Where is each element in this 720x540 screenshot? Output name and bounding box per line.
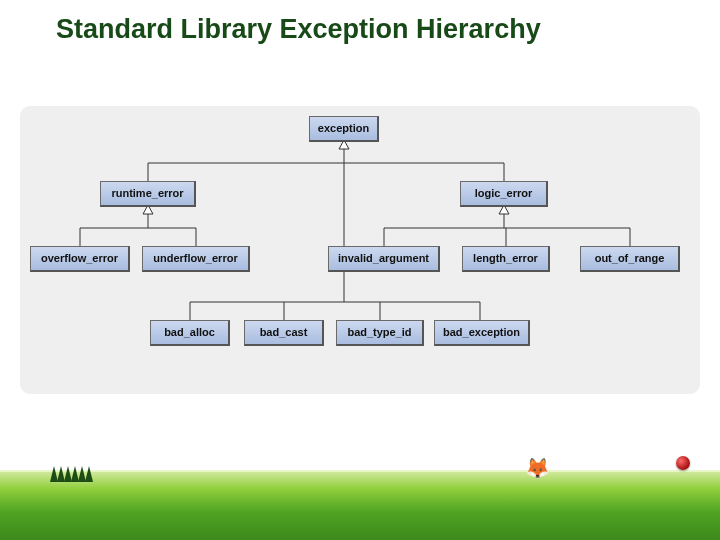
node-bad-alloc: bad_alloc: [150, 320, 230, 346]
node-length-error: length_error: [462, 246, 550, 272]
node-bad-type-id: bad_type_id: [336, 320, 424, 346]
node-underflow-error: underflow_error: [142, 246, 250, 272]
node-exception: exception: [309, 116, 379, 142]
trees-icon: [50, 466, 110, 486]
node-out-of-range: out_of_range: [580, 246, 680, 272]
page-title: Standard Library Exception Hierarchy: [0, 0, 720, 45]
node-overflow-error: overflow_error: [30, 246, 130, 272]
node-runtime-error: runtime_error: [100, 181, 196, 207]
node-logic-error: logic_error: [460, 181, 548, 207]
diagram-panel: exception runtime_error logic_error over…: [20, 106, 700, 394]
node-invalid-argument: invalid_argument: [328, 246, 440, 272]
red-dot-icon: [676, 456, 690, 470]
node-bad-cast: bad_cast: [244, 320, 324, 346]
node-bad-exception: bad_exception: [434, 320, 530, 346]
fox-icon: 🦊: [525, 458, 550, 478]
